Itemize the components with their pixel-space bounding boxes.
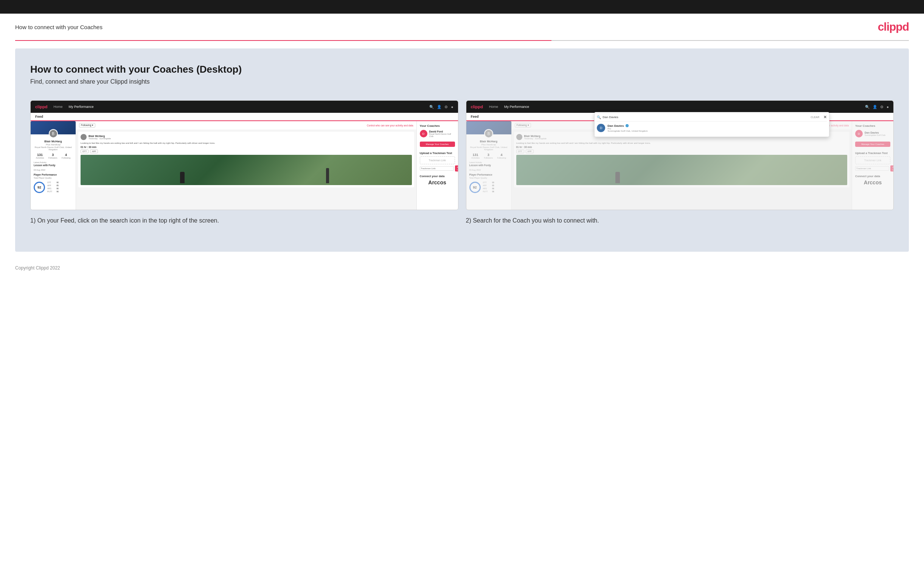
profile-name: Blair McHarg [34, 140, 73, 143]
connect-title: Connect your data [420, 174, 455, 178]
add-link-btn[interactable]: Add Link [455, 166, 458, 172]
result-name: Dan Davies [607, 124, 624, 128]
profile-info: Blair McHarg Plus Handicap Royal North D… [34, 140, 73, 151]
search-icon[interactable]: 🔍 [429, 105, 434, 109]
profile-avatar: B [49, 129, 58, 138]
nav-icons-2: 🔍 👤 ⚙ ● [865, 105, 889, 109]
app-nav-2: clippd Home My Performance 🔍 👤 ⚙ ● [466, 101, 894, 113]
search-icon-2[interactable]: 🔍 [865, 105, 869, 109]
close-icon[interactable]: ✕ [824, 115, 827, 120]
following-bar: Following ▾ Control who can see your act… [76, 121, 416, 130]
post-actions: OTT APP [81, 149, 412, 153]
top-bar [0, 0, 924, 14]
app-logo-1: clippd [35, 104, 47, 109]
copyright-text: Copyright Clippd 2022 [15, 265, 60, 271]
post-duration: 01 hr : 30 min [81, 146, 412, 148]
stat-followers-label: Followers [49, 157, 58, 159]
mock-app-2: 🔍 Dan Davies CLEAR ✕ D Dan Davies ✓ Pro [466, 100, 894, 210]
trackman-input-2[interactable] [855, 166, 889, 171]
app-btn[interactable]: APP [90, 149, 98, 153]
coach-avatar-1: D [420, 130, 427, 137]
app-nav-1: clippd Home My Performance 🔍 👤 ⚙ ● [31, 101, 458, 113]
search-overlay: 🔍 Dan Davies CLEAR ✕ D Dan Davies ✓ Pro [594, 112, 829, 137]
nav-icons: 🔍 👤 ⚙ ● [429, 105, 453, 109]
upload-trackman: Upload a Trackman Test Trackman Link Add… [420, 151, 455, 172]
user-avatar-icon-2[interactable]: ● [887, 105, 889, 109]
stat-activities-val: 131 [36, 153, 44, 157]
profile-panel: B Blair McHarg Plus Handicap Royal North… [31, 121, 76, 210]
footer: Copyright Clippd 2022 [0, 259, 924, 277]
feed-tab[interactable]: Feed [35, 115, 43, 119]
following-button[interactable]: Following ▾ [79, 123, 95, 128]
stat-following-label: Following [61, 157, 70, 159]
coach-name-1: David Ford [429, 130, 455, 133]
search-bar: 🔍 Dan Davies CLEAR ✕ [597, 115, 827, 122]
post-header: Blair McHarg Yesterday · Sunningdale [81, 134, 412, 140]
ott-btn[interactable]: OTT [81, 149, 89, 153]
arccos-logo: Arccos [420, 179, 455, 185]
post-card: Blair McHarg Yesterday · Sunningdale Loo… [78, 132, 414, 187]
nav-performance[interactable]: My Performance [68, 105, 94, 109]
total-quality-label: Total Player Quality [34, 177, 73, 179]
connect-data: Connect your data Arccos [420, 174, 455, 185]
screenshot-1: clippd Home My Performance 🔍 👤 ⚙ ● Feed [30, 100, 458, 225]
feed-panel-1: Following ▾ Control who can see your act… [76, 121, 416, 210]
profile-stats: 131 Activities 3 Followers 4 Following [34, 153, 73, 159]
profile-icon[interactable]: 👤 [437, 105, 442, 109]
nav-performance-2[interactable]: My Performance [504, 105, 529, 109]
latest-activity-label: Latest Activity [34, 161, 73, 164]
settings-icon-2[interactable]: ⚙ [880, 105, 884, 109]
coach-item-1: D David Ford Royal North Devon Golf Club [420, 130, 455, 137]
main-subheading: Find, connect and share your Clippd insi… [30, 78, 894, 85]
search-icon-overlay: 🔍 [597, 115, 601, 119]
main-heading: How to connect with your Coaches (Deskto… [30, 63, 894, 75]
profile-avatar-2: B [484, 129, 493, 138]
search-input[interactable]: Dan Davies [602, 115, 809, 119]
activity-date: 03 Aug 2022 [34, 169, 73, 171]
app-body-1: B Blair McHarg Plus Handicap Royal North… [31, 121, 458, 210]
main-content: How to connect with your Coaches (Deskto… [15, 49, 909, 252]
golf-figure [180, 172, 184, 183]
add-link-btn-2[interactable]: Add Link [890, 166, 893, 172]
nav-home[interactable]: Home [53, 105, 62, 109]
verified-icon: ✓ [626, 124, 629, 127]
profile-icon-2[interactable]: 👤 [872, 105, 877, 109]
profile-club: Royal North Devon Golf Club, United King… [34, 146, 73, 151]
coach-club-1: Royal North Devon Golf Club [429, 133, 455, 137]
nav-home-2[interactable]: Home [489, 105, 498, 109]
coaches-panel-1: Your Coaches D David Ford Royal North De… [416, 121, 458, 210]
stat-followers-val: 3 [49, 153, 58, 157]
profile-panel-2: B Blair McHarg Plus Handicap Royal North… [466, 121, 512, 210]
following-btn-2[interactable]: Following ▾ [515, 123, 531, 128]
clippd-logo: clippd [878, 20, 909, 33]
post-meta: Yesterday · Sunningdale [89, 137, 111, 140]
stat-activities-label: Activities [36, 157, 44, 159]
manage-coaches-btn-2[interactable]: Manage Your Coaches [855, 141, 890, 147]
golf-image [81, 155, 412, 185]
result-club: Sunningdale Golf Club, United Kingdom [607, 130, 647, 132]
trackman-input[interactable]: Trackman Link [420, 156, 455, 164]
clear-button[interactable]: CLEAR [811, 116, 819, 119]
page-title: How to connect with your Coaches [15, 24, 102, 30]
step1-desc: 1) On your Feed, click on the search ico… [30, 216, 458, 225]
profile-subtitle: Plus Handicap [34, 143, 73, 146]
app-logo-2: clippd [471, 104, 483, 109]
screenshot-2: 🔍 Dan Davies CLEAR ✕ D Dan Davies ✓ Pro [466, 100, 894, 225]
profile-banner-2: B [466, 121, 511, 135]
screenshots-row: clippd Home My Performance 🔍 👤 ⚙ ● Feed [30, 100, 894, 225]
stat-following-val: 4 [61, 153, 70, 157]
manage-coaches-btn[interactable]: Manage Your Coaches [420, 141, 455, 147]
user-avatar-icon[interactable]: ● [451, 105, 453, 109]
profile-banner: B [31, 121, 76, 135]
feed-tab-bar: Feed [31, 113, 458, 121]
settings-icon[interactable]: ⚙ [444, 105, 448, 109]
control-link[interactable]: Control who can see your activity and da… [367, 124, 413, 127]
search-result[interactable]: D Dan Davies ✓ Pro Sunningdale Golf Club… [597, 122, 827, 135]
coaches-title: Your Coaches [420, 124, 455, 128]
upload-title: Upload a Trackman Test [420, 151, 455, 155]
feed-tab-2[interactable]: Feed [471, 115, 479, 119]
activity-name: Lesson with Fordy [34, 164, 73, 167]
trackman-text-input[interactable] [420, 166, 454, 171]
step2-desc: 2) Search for the Coach you wish to conn… [466, 216, 894, 225]
result-avatar: D [597, 124, 605, 132]
